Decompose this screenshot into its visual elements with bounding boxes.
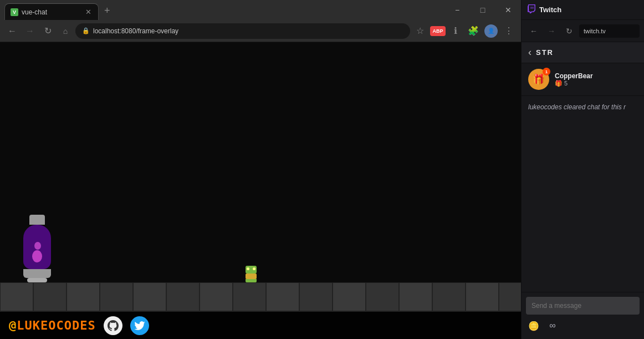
coin-button[interactable]: 🪙 — [526, 318, 541, 333]
forward-button[interactable]: → — [22, 23, 38, 39]
twitter-icon — [134, 321, 145, 330]
twitch-panel: Twitch ← → ↻ twitch.tv ‹ STR — [521, 0, 644, 339]
ground — [0, 282, 521, 311]
lock-icon: 🔒 — [82, 27, 90, 34]
tab-favicon: V — [11, 8, 18, 16]
system-message: lukeocodes cleared chat for this r — [528, 103, 626, 111]
gift-sub-count: 🎁 5 — [555, 80, 593, 87]
abp-label: ABP — [432, 28, 443, 34]
infinity-icon: ∞ — [549, 321, 555, 331]
gift-info: CopperBear 🎁 5 — [555, 72, 593, 87]
game-character — [246, 266, 257, 282]
lava-lamp — [23, 215, 51, 282]
twitch-forward-icon: → — [548, 27, 555, 36]
menu-button[interactable]: ⋮ — [501, 23, 517, 39]
twitch-forward-button[interactable]: → — [544, 23, 559, 39]
back-icon: ← — [8, 26, 17, 36]
extensions-icon: 🧩 — [468, 26, 479, 36]
twitch-logo-icon — [527, 4, 536, 16]
home-button[interactable]: ⌂ — [58, 23, 73, 39]
infinity-button[interactable]: ∞ — [545, 318, 560, 333]
twitter-button[interactable] — [130, 316, 149, 335]
forward-icon: → — [25, 26, 34, 36]
github-icon — [108, 320, 119, 331]
twitch-reload-button[interactable]: ↻ — [561, 23, 577, 39]
tab-close-icon[interactable]: ✕ — [84, 8, 93, 17]
handle-at: @ — [9, 318, 17, 332]
maximize-button[interactable]: □ — [470, 0, 495, 20]
coin-icon: 🪙 — [528, 321, 539, 331]
active-tab[interactable]: V vue-chat ✕ — [4, 3, 99, 20]
abp-button[interactable]: ABP — [430, 26, 446, 36]
maximize-icon: □ — [481, 6, 485, 14]
reload-button[interactable]: ↻ — [40, 23, 55, 39]
game-area — [0, 42, 521, 311]
avatar: 👤 — [484, 24, 498, 38]
info-icon: ℹ — [454, 26, 457, 36]
minimize-button[interactable]: − — [444, 0, 470, 20]
gift-notification: 🎁 1 CopperBear 🎁 5 — [522, 63, 644, 96]
address-bar-container[interactable]: 🔒 localhost:8080/frame-overlay — [75, 23, 410, 39]
menu-icon: ⋮ — [504, 26, 513, 36]
close-icon: ✕ — [505, 6, 512, 14]
gift-badge: 🎁 1 — [528, 69, 549, 90]
twitch-toolbar: ← → ↻ twitch.tv — [522, 20, 644, 42]
stream-label: STR — [536, 48, 554, 57]
twitch-title: Twitch — [539, 6, 638, 14]
tab-title: vue-chat — [22, 8, 80, 16]
twitch-url-text: twitch.tv — [584, 28, 606, 34]
twitch-address-bar[interactable]: twitch.tv — [579, 24, 640, 38]
bottom-bar: @LUKEOCODES — [0, 311, 521, 339]
stream-handle: @LUKEOCODES — [9, 318, 96, 332]
gift-badge-number: 1 — [543, 68, 550, 75]
twitch-reload-icon: ↻ — [566, 27, 573, 36]
back-button[interactable]: ← — [4, 23, 20, 39]
title-bar: V vue-chat ✕ + − □ ✕ — [0, 0, 521, 20]
chat-input[interactable] — [526, 297, 640, 315]
reload-icon: ↻ — [44, 26, 52, 36]
info-button[interactable]: ℹ — [448, 23, 463, 39]
star-icon: ☆ — [416, 26, 424, 36]
bookmark-button[interactable]: ☆ — [412, 23, 428, 39]
chat-action-bar: 🪙 ∞ — [526, 315, 640, 335]
twitch-title-bar: Twitch — [522, 0, 644, 20]
home-icon: ⌂ — [63, 27, 68, 36]
window-controls: − □ ✕ — [444, 0, 521, 20]
collapse-icon: ‹ — [528, 47, 531, 58]
minimize-icon: − — [455, 6, 459, 14]
toolbar: ← → ↻ ⌂ 🔒 localhost:8080/frame-overlay ☆… — [0, 20, 521, 42]
handle-text: LUKEOCODES — [17, 318, 95, 332]
twitch-back-icon: ← — [530, 27, 538, 36]
chat-input-area: 🪙 ∞ — [522, 292, 644, 339]
twitch-back-button[interactable]: ← — [526, 23, 541, 39]
address-text: localhost:8080/frame-overlay — [93, 27, 403, 35]
close-button[interactable]: ✕ — [495, 0, 521, 20]
chat-area: lukeocodes cleared chat for this r — [522, 96, 644, 292]
gift-username: CopperBear — [555, 72, 593, 80]
extensions-button[interactable]: 🧩 — [466, 23, 481, 39]
gift-icon: 🎁 — [533, 73, 545, 85]
profile-button[interactable]: 👤 — [483, 23, 499, 39]
new-tab-button[interactable]: + — [99, 3, 116, 19]
github-button[interactable] — [104, 316, 122, 335]
tab-bar: V vue-chat ✕ + — [4, 3, 517, 20]
stream-header: ‹ STR — [522, 42, 644, 63]
chat-collapse-button[interactable]: ‹ — [528, 47, 531, 58]
